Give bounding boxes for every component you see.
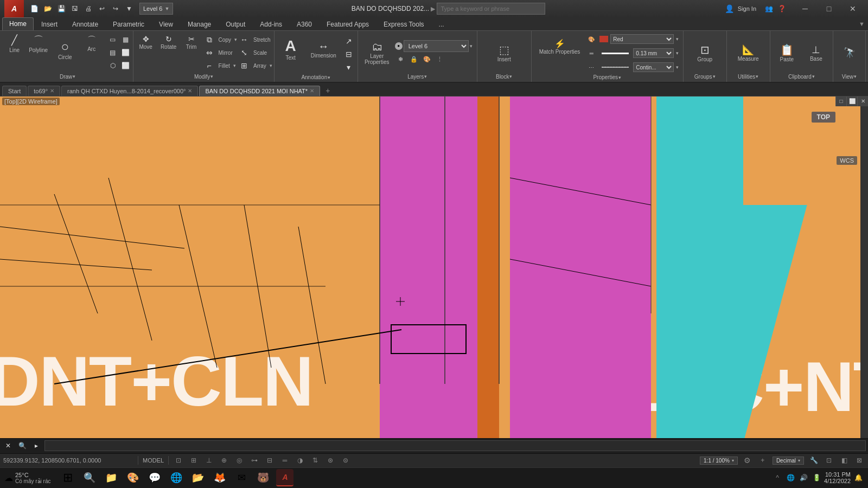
- mirror-button[interactable]: ⇔: [203, 47, 215, 59]
- tab-home[interactable]: Home: [2, 17, 34, 30]
- tab-manage[interactable]: Manage: [181, 18, 218, 30]
- tray-arrow-icon[interactable]: ^: [772, 472, 783, 483]
- annotation-more[interactable]: ▾: [343, 61, 355, 73]
- sb-icon-1[interactable]: 🔧: [808, 455, 819, 466]
- trans-icon[interactable]: ◑: [295, 455, 305, 466]
- settings-icon[interactable]: ⚙: [742, 455, 753, 466]
- layer-color-button[interactable]: 🎨: [421, 54, 433, 66]
- qa-save-as[interactable]: 🖫: [69, 3, 81, 15]
- array-button[interactable]: ⊞: [238, 60, 250, 72]
- workspace-dropdown[interactable]: ▼: [856, 20, 868, 28]
- polar-icon[interactable]: ⊕: [219, 455, 229, 466]
- paste-button[interactable]: 📋 Paste: [773, 39, 800, 66]
- sb-icon-4[interactable]: ⊠: [854, 455, 865, 466]
- help-online[interactable]: 👥: [763, 3, 775, 15]
- text-button[interactable]: A Text: [277, 33, 304, 66]
- qa-new[interactable]: 📄: [28, 3, 40, 15]
- modify-section-label[interactable]: Modify ▾: [192, 73, 215, 81]
- region-button[interactable]: ⬡: [107, 60, 119, 72]
- fillet-button[interactable]: ⌐: [203, 60, 215, 72]
- title-search-input[interactable]: [437, 3, 545, 15]
- tab-a360[interactable]: A360: [290, 18, 319, 30]
- doc-tab-close-to69[interactable]: ✕: [50, 88, 54, 94]
- sel-cycle[interactable]: ⇅: [310, 455, 321, 466]
- boundary-button[interactable]: ⬜: [120, 47, 132, 59]
- taskbar-app-chat[interactable]: 💬: [146, 469, 163, 486]
- dynin-icon[interactable]: ⊟: [264, 455, 275, 466]
- user-icon[interactable]: 👤: [724, 3, 736, 15]
- linetype-selector[interactable]: Contin...: [633, 62, 673, 72]
- layers-section-label[interactable]: Layers ▾: [405, 73, 429, 81]
- taskbar-app-dropbox[interactable]: 🐻: [254, 469, 272, 486]
- leader-button[interactable]: ↗: [343, 35, 355, 47]
- measure-button[interactable]: 📐 Measure: [735, 39, 762, 66]
- plus-icon[interactable]: +: [757, 455, 768, 466]
- layer-selector[interactable]: Level 6: [404, 40, 469, 52]
- layer-freeze-button[interactable]: ❄: [395, 54, 407, 66]
- otrack-icon[interactable]: ⊶: [249, 455, 260, 466]
- gradient-button[interactable]: ▤: [107, 47, 119, 59]
- cmd-expand-button[interactable]: ▸: [30, 440, 42, 452]
- minimize-button[interactable]: ─: [794, 0, 816, 17]
- unit-selector[interactable]: Decimal ▾: [773, 457, 804, 465]
- command-input[interactable]: [44, 440, 866, 451]
- taskbar-app-mail[interactable]: ✉: [233, 469, 250, 486]
- array-label[interactable]: Array: [251, 62, 269, 70]
- hatch-button[interactable]: ▦: [120, 34, 132, 46]
- rectangle-button[interactable]: ▭: [107, 34, 119, 46]
- copy-label[interactable]: Copy: [216, 36, 233, 44]
- add-tab-button[interactable]: +: [321, 85, 334, 96]
- qa-undo[interactable]: ↩: [96, 3, 108, 15]
- taskbar-app-autocad[interactable]: A: [276, 469, 293, 486]
- tab-annotate[interactable]: Annotate: [65, 18, 105, 30]
- tab-output[interactable]: Output: [219, 18, 252, 30]
- properties-section-label[interactable]: Properties ▾: [591, 73, 623, 81]
- stretch-button[interactable]: ↔: [238, 34, 250, 46]
- arc-button[interactable]: ⌒ Arc: [81, 34, 103, 53]
- sb-icon-3[interactable]: ◧: [839, 455, 850, 466]
- line-button[interactable]: ╱ Line: [4, 34, 25, 54]
- tab-parametric[interactable]: Parametric: [106, 18, 151, 30]
- lineweight-selector[interactable]: 0.13 mm: [633, 48, 673, 58]
- doc-tab-to69[interactable]: to69° ✕: [28, 86, 60, 96]
- tab-featured[interactable]: Featured Apps: [320, 18, 376, 30]
- mirror-label[interactable]: Mirror: [216, 49, 235, 57]
- vp-restore[interactable]: ⬜: [846, 97, 857, 106]
- move-button[interactable]: ✥ Move: [135, 34, 157, 51]
- taskbar-app-edge[interactable]: 🌐: [168, 469, 185, 486]
- block-section-label[interactable]: Block ▾: [494, 73, 514, 81]
- polyline-button[interactable]: ⌒ Polyline: [28, 34, 49, 54]
- qa-print[interactable]: 🖨: [82, 3, 94, 15]
- tab-more[interactable]: ...: [432, 18, 451, 30]
- view-section-label[interactable]: View ▾: [840, 73, 859, 81]
- draw-section-label[interactable]: Draw ▾: [58, 73, 78, 81]
- scale-label[interactable]: Scale: [251, 49, 269, 57]
- cmd-search-button[interactable]: 🔍: [16, 440, 28, 452]
- taskbar-app-explorer[interactable]: 📁: [103, 469, 120, 486]
- layer-lock-button[interactable]: 🔒: [408, 54, 420, 66]
- clipboard-section-label[interactable]: Clipboard ▾: [786, 73, 817, 81]
- ortho-icon[interactable]: ⊥: [203, 455, 214, 466]
- close-button[interactable]: ✕: [842, 0, 864, 17]
- doc-tab-close-bandodcq[interactable]: ✕: [310, 88, 314, 94]
- insert-button[interactable]: ⬚ Insert: [490, 39, 518, 66]
- tray-network-icon[interactable]: 🌐: [785, 472, 796, 483]
- color-selector[interactable]: Red: [610, 34, 673, 44]
- annotation-section-label[interactable]: Annotation ▾: [299, 73, 333, 81]
- model-mode-label[interactable]: MODEL: [143, 457, 164, 464]
- level-dropdown[interactable]: Level 6 ▼: [139, 3, 173, 15]
- clock-display[interactable]: 10:31 PM 4/12/2022: [824, 471, 851, 484]
- utilities-section-label[interactable]: Utilities ▾: [736, 73, 761, 81]
- qa-customize[interactable]: ▼: [123, 3, 135, 15]
- vp-close[interactable]: ✕: [857, 97, 868, 106]
- 3dosnap-icon[interactable]: ⊛: [325, 455, 336, 466]
- doc-tab-close-ranh[interactable]: ✕: [188, 88, 192, 94]
- sb-icon-2[interactable]: ⊡: [824, 455, 834, 466]
- rotate-button[interactable]: ↻ Rotate: [158, 34, 180, 51]
- doc-tab-ranh[interactable]: ranh QH CTXD Huyen...8-2014_recover000° …: [61, 86, 198, 96]
- help-btn[interactable]: ❓: [776, 3, 788, 15]
- restore-button[interactable]: □: [818, 0, 840, 17]
- circle-button[interactable]: ○ Circle: [52, 34, 79, 66]
- table-button[interactable]: ⊟: [343, 48, 355, 60]
- grid-icon[interactable]: ⊞: [188, 455, 199, 466]
